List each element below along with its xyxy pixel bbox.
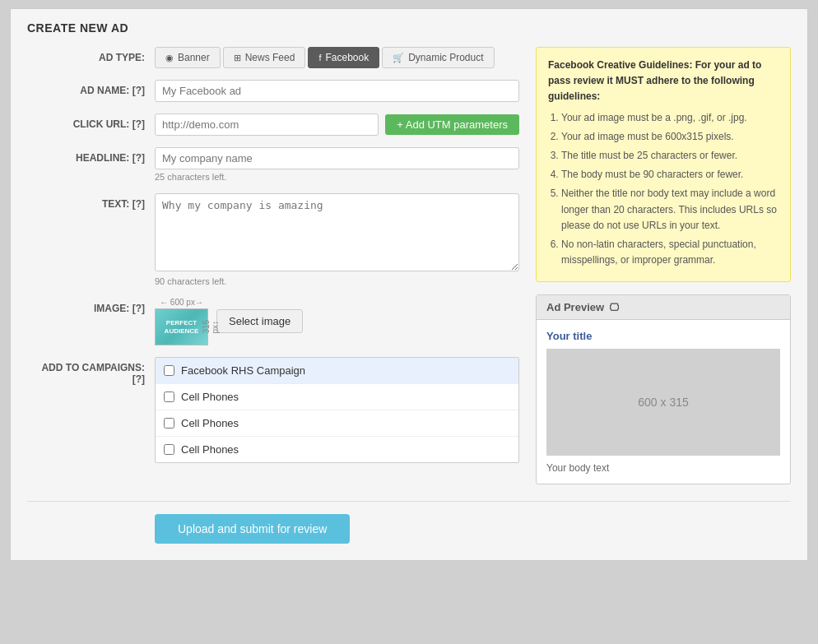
- guidelines-list: Your ad image must be a .png, .gif, or .…: [548, 110, 778, 269]
- headline-char-count: 25 characters left.: [155, 172, 519, 182]
- guideline-item-5: No non-latin characters, special punctua…: [561, 237, 778, 268]
- preview-header: Ad Preview 🖵: [537, 295, 790, 320]
- thumb-text: PERFECTAUDIENCE: [165, 319, 199, 335]
- list-item[interactable]: Cell Phones: [156, 437, 518, 462]
- ad-type-label: AD TYPE:: [27, 47, 155, 63]
- select-image-button[interactable]: Select image: [216, 309, 303, 333]
- preview-icon: 🖵: [609, 302, 619, 313]
- tab-newsfeed[interactable]: ⊞ News Feed: [223, 47, 306, 68]
- page-title: CREATE NEW AD: [27, 21, 791, 35]
- campaign-name-2: Cell Phones: [181, 417, 239, 429]
- dynamic-icon: 🛒: [393, 53, 404, 63]
- campaign-name-1: Cell Phones: [181, 391, 239, 403]
- text-input[interactable]: [155, 193, 519, 271]
- list-item[interactable]: Cell Phones: [156, 384, 518, 410]
- guideline-item-1: Your ad image must be 600x315 pixels.: [561, 129, 778, 145]
- click-url-label: CLICK URL: [?]: [27, 114, 155, 130]
- campaign-checkbox-3[interactable]: [164, 444, 174, 455]
- ad-preview-box: Ad Preview 🖵 Your title 600 x 315 Your b…: [536, 294, 791, 484]
- text-label: TEXT: [?]: [27, 193, 155, 210]
- preview-body-text: Your body text: [546, 462, 780, 474]
- campaign-checkbox-0[interactable]: [164, 365, 174, 376]
- campaign-name-0: Facebook RHS Campaign: [181, 364, 305, 377]
- tab-facebook[interactable]: f Facebook: [308, 47, 379, 68]
- headline-label: HEADLINE: [?]: [27, 147, 155, 164]
- banner-icon: ◉: [165, 53, 174, 63]
- ad-type-tabs: ◉ Banner ⊞ News Feed f Facebook: [155, 47, 519, 68]
- list-item[interactable]: Cell Phones: [156, 410, 518, 437]
- campaign-name-3: Cell Phones: [181, 443, 239, 456]
- image-dim-top: ← 600 px→: [155, 298, 208, 307]
- campaigns-list: Facebook RHS Campaign Cell Phones Cell P…: [155, 357, 519, 463]
- image-label: IMAGE: [?]: [27, 298, 155, 314]
- ad-name-input[interactable]: [155, 80, 519, 102]
- guideline-item-3: The body must be 90 characters or fewer.: [561, 167, 778, 183]
- guideline-item-4: Neither the title nor body text may incl…: [561, 186, 778, 234]
- campaign-checkbox-1[interactable]: [164, 391, 174, 402]
- guidelines-title: Facebook Creative Guidelines:: [548, 59, 692, 71]
- campaign-checkbox-2[interactable]: [164, 418, 174, 429]
- text-char-count: 90 characters left.: [155, 276, 519, 286]
- preview-title: Your title: [546, 330, 780, 342]
- click-url-input[interactable]: [155, 114, 379, 136]
- list-item[interactable]: Facebook RHS Campaign: [156, 358, 518, 384]
- tab-banner[interactable]: ◉ Banner: [155, 47, 221, 68]
- facebook-icon: f: [318, 53, 321, 63]
- utm-button[interactable]: + Add UTM parameters: [385, 114, 519, 135]
- submit-button[interactable]: Upload and submit for review: [155, 514, 350, 544]
- preview-body: Your title 600 x 315 Your body text: [537, 320, 790, 484]
- campaigns-label: ADD TO CAMPAIGNS: [?]: [27, 357, 155, 385]
- image-thumbnail: PERFECTAUDIENCE: [155, 308, 208, 345]
- ad-name-label: AD NAME: [?]: [27, 80, 155, 96]
- guideline-item-2: The title must be 25 characters or fewer…: [561, 148, 778, 164]
- tab-dynamic[interactable]: 🛒 Dynamic Product: [382, 47, 494, 68]
- image-dim-side: 315 px↕: [202, 310, 220, 334]
- guideline-item-0: Your ad image must be a .png, .gif, or .…: [561, 110, 778, 126]
- guidelines-box: Facebook Creative Guidelines: For your a…: [536, 47, 791, 282]
- headline-input[interactable]: [155, 147, 519, 169]
- preview-image: 600 x 315: [546, 349, 780, 456]
- newsfeed-icon: ⊞: [234, 53, 241, 63]
